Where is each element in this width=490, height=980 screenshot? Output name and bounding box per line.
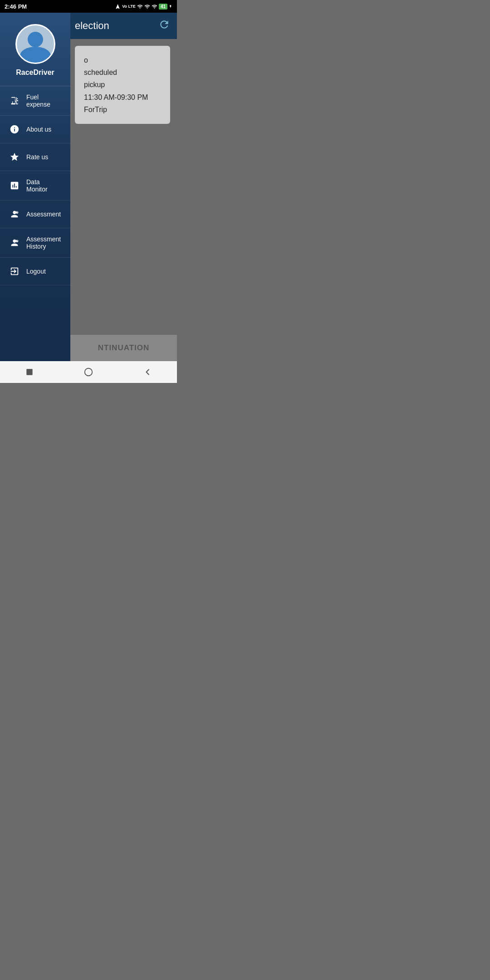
battery-icon: 41	[159, 4, 167, 10]
bg-header-title: election	[75, 20, 109, 32]
fuel-icon	[8, 94, 21, 107]
logout-icon	[8, 265, 21, 278]
star-icon	[8, 151, 21, 163]
data-monitor-label: Data Monitor	[26, 178, 62, 193]
drawer-menu: Fuel expense About us Rate us	[0, 86, 70, 361]
avatar	[15, 24, 55, 64]
drawer-item-assessment[interactable]: ? Assessment	[0, 201, 70, 228]
nav-back-button[interactable]	[137, 361, 158, 383]
status-time: 2:46 PM	[5, 3, 27, 10]
assessment-history-label: Assessment History	[26, 235, 62, 250]
card-line-3: 11:30 AM-09:30 PM	[84, 93, 148, 101]
nav-home-button[interactable]	[78, 361, 99, 383]
drawer-item-rate-us[interactable]: Rate us	[0, 143, 70, 171]
card-line-4: ForTrip	[84, 106, 107, 113]
status-bar: 2:46 PM Vo LTE 41	[0, 0, 177, 13]
stop-icon	[25, 368, 34, 377]
signal-icon	[137, 4, 143, 10]
nav-stop-button[interactable]	[19, 361, 40, 383]
svg-text:?: ?	[17, 240, 18, 242]
bg-card-content: o scheduled pickup 11:30 AM-09:30 PM For…	[84, 54, 161, 116]
avatar-body	[20, 47, 51, 64]
drawer-item-logout[interactable]: Logout	[0, 258, 70, 285]
rate-us-label: Rate us	[26, 153, 48, 161]
charging-icon	[169, 4, 172, 10]
drawer-item-about-us[interactable]: About us	[0, 116, 70, 143]
drawer-item-assessment-history[interactable]: ? Assessment History	[0, 228, 70, 258]
bg-card: o scheduled pickup 11:30 AM-09:30 PM For…	[75, 46, 170, 124]
drawer-item-fuel-expense[interactable]: Fuel expense	[0, 86, 70, 116]
refresh-icon[interactable]	[158, 19, 170, 33]
svg-point-5	[85, 368, 93, 376]
logout-label: Logout	[26, 268, 46, 275]
drawer-header: RaceDriver	[0, 13, 70, 86]
volte-icon: Vo LTE	[122, 4, 136, 9]
card-line-2: pickup	[84, 81, 105, 88]
fuel-expense-label: Fuel expense	[26, 93, 62, 108]
assessment-icon: ?	[8, 208, 21, 220]
drawer-item-data-monitor[interactable]: Data Monitor	[0, 171, 70, 201]
navigation-drawer: RaceDriver Fuel expense About us	[0, 13, 70, 361]
back-icon	[143, 368, 152, 377]
assessment-label: Assessment	[26, 211, 61, 218]
home-circle-icon	[83, 367, 93, 377]
signal2-icon	[144, 4, 150, 10]
drawer-username: RaceDriver	[16, 69, 54, 77]
avatar-head	[28, 32, 43, 47]
status-icons: Vo LTE 41	[115, 4, 172, 10]
nav-icon	[115, 4, 121, 10]
bg-bottom-button-label: NTINUATION	[98, 343, 150, 353]
about-us-label: About us	[26, 126, 51, 133]
card-line-1: scheduled	[84, 69, 117, 76]
card-line-0: o	[84, 56, 88, 64]
info-icon	[8, 123, 21, 136]
svg-rect-4	[26, 369, 32, 375]
assessment-history-icon: ?	[8, 236, 21, 249]
data-monitor-icon	[8, 179, 21, 192]
svg-text:?: ?	[17, 211, 18, 214]
nav-bar	[0, 361, 177, 383]
wifi-icon	[152, 4, 157, 10]
bg-bottom-button[interactable]: NTINUATION	[70, 335, 177, 361]
